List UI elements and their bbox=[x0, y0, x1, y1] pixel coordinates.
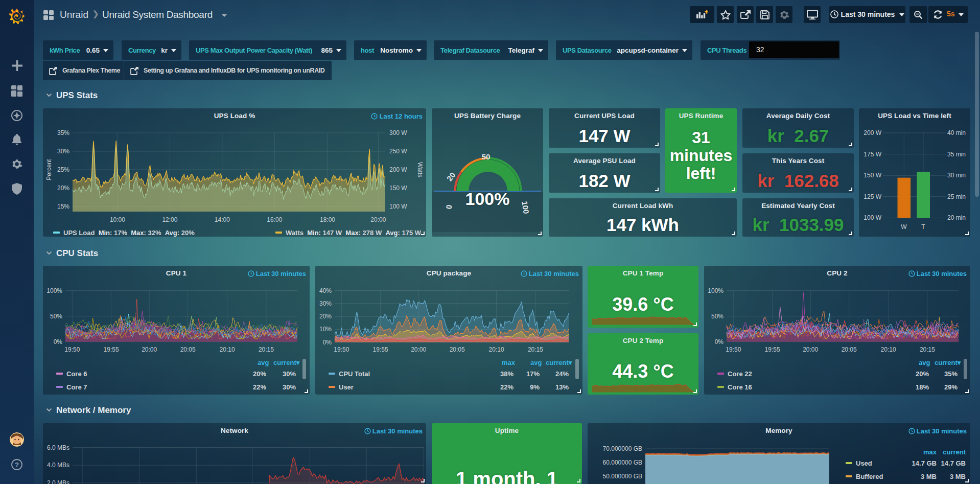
svg-text:50: 50 bbox=[482, 152, 491, 161]
svg-text:20:15: 20:15 bbox=[920, 346, 935, 353]
svg-text:W: W bbox=[901, 223, 907, 231]
svg-text:35 min: 35 min bbox=[947, 151, 966, 158]
svg-text:20:05: 20:05 bbox=[450, 346, 465, 353]
svg-text:20%: 20% bbox=[319, 313, 332, 320]
svg-text:19:50: 19:50 bbox=[334, 346, 349, 353]
svg-text:6.0 MBs: 6.0 MBs bbox=[47, 444, 69, 451]
svg-text:10%: 10% bbox=[319, 326, 332, 333]
svg-text:20:05: 20:05 bbox=[180, 346, 196, 353]
svg-text:20 min: 20 min bbox=[947, 214, 966, 221]
svg-text:70.000000 GB: 70.000000 GB bbox=[603, 445, 642, 452]
svg-text:0%: 0% bbox=[715, 338, 724, 345]
svg-text:20:15: 20:15 bbox=[259, 346, 274, 353]
svg-text:50%: 50% bbox=[50, 313, 62, 320]
svg-text:10:00: 10:00 bbox=[110, 216, 125, 223]
svg-text:20: 20 bbox=[445, 171, 457, 183]
svg-text:100%: 100% bbox=[46, 287, 62, 294]
svg-text:19:50: 19:50 bbox=[64, 346, 80, 353]
svg-text:20%: 20% bbox=[57, 185, 69, 192]
svg-text:125 W: 125 W bbox=[864, 193, 881, 200]
svg-text:40 min: 40 min bbox=[947, 129, 966, 136]
svg-text:20:00: 20:00 bbox=[803, 346, 818, 353]
svg-text:200 W: 200 W bbox=[864, 129, 881, 136]
svg-text:50.000000 GB: 50.000000 GB bbox=[603, 473, 642, 480]
svg-text:150 W: 150 W bbox=[864, 172, 881, 179]
svg-text:20:05: 20:05 bbox=[842, 346, 857, 353]
svg-text:16:00: 16:00 bbox=[267, 216, 282, 223]
svg-text:100%: 100% bbox=[708, 287, 724, 294]
svg-text:30%: 30% bbox=[319, 300, 332, 307]
svg-text:0%: 0% bbox=[54, 338, 63, 345]
svg-text:20:10: 20:10 bbox=[881, 346, 896, 353]
svg-text:60.000000 GB: 60.000000 GB bbox=[603, 459, 642, 466]
svg-text:18:00: 18:00 bbox=[320, 216, 335, 223]
svg-text:Watts: Watts bbox=[416, 162, 424, 177]
svg-text:12:00: 12:00 bbox=[162, 216, 177, 223]
svg-text:20:10: 20:10 bbox=[489, 346, 504, 353]
svg-text:40%: 40% bbox=[319, 287, 332, 294]
svg-text:?: ? bbox=[15, 461, 19, 469]
svg-text:100 W: 100 W bbox=[389, 203, 407, 210]
svg-text:30 min: 30 min bbox=[947, 172, 966, 179]
svg-text:19:55: 19:55 bbox=[373, 346, 388, 353]
svg-text:250 W: 250 W bbox=[389, 148, 407, 155]
svg-text:300 W: 300 W bbox=[389, 129, 407, 136]
svg-text:T: T bbox=[921, 223, 925, 231]
svg-text:15%: 15% bbox=[57, 203, 69, 210]
svg-text:200 W: 200 W bbox=[389, 166, 407, 173]
svg-text:19:50: 19:50 bbox=[726, 346, 741, 353]
svg-text:20:00: 20:00 bbox=[411, 346, 426, 353]
svg-text:30%: 30% bbox=[57, 148, 69, 155]
svg-text:Percent: Percent bbox=[45, 159, 53, 180]
svg-text:19:55: 19:55 bbox=[104, 346, 119, 353]
svg-text:25%: 25% bbox=[57, 166, 69, 173]
svg-text:25 min: 25 min bbox=[947, 193, 966, 200]
svg-text:20:15: 20:15 bbox=[528, 346, 543, 353]
svg-text:0%: 0% bbox=[323, 339, 332, 346]
svg-text:100 W: 100 W bbox=[864, 214, 881, 221]
svg-text:20:10: 20:10 bbox=[220, 346, 235, 353]
svg-text:14:00: 14:00 bbox=[215, 216, 230, 223]
svg-text:175 W: 175 W bbox=[864, 151, 881, 158]
svg-text:150 W: 150 W bbox=[389, 185, 407, 192]
svg-text:35%: 35% bbox=[57, 129, 69, 136]
svg-text:19:55: 19:55 bbox=[765, 346, 780, 353]
svg-text:20:00: 20:00 bbox=[370, 216, 386, 223]
svg-text:4.0 MBs: 4.0 MBs bbox=[47, 462, 69, 469]
svg-text:2.0 MBs: 2.0 MBs bbox=[47, 479, 69, 484]
svg-text:20:00: 20:00 bbox=[142, 346, 157, 353]
svg-text:50%: 50% bbox=[711, 313, 724, 320]
